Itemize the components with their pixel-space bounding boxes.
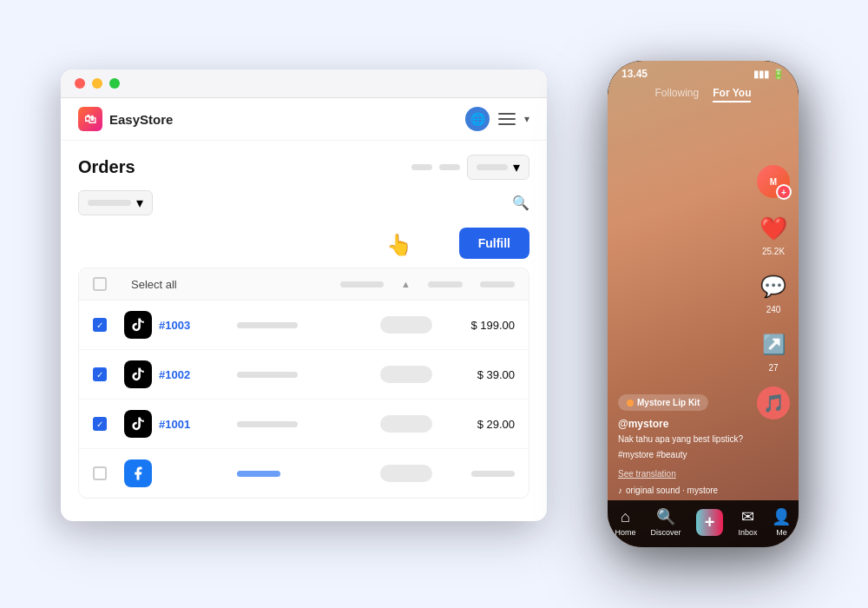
inbox-icon: ✉ bbox=[741, 507, 754, 526]
creator-follow-action[interactable]: M bbox=[757, 165, 790, 198]
status-time: 13.45 bbox=[621, 68, 648, 80]
row3-checkbox[interactable]: ✓ bbox=[93, 417, 107, 431]
home-icon: ⌂ bbox=[621, 508, 630, 526]
row1-checkbox[interactable]: ✓ bbox=[93, 318, 107, 332]
row2-checkbox-col: ✓ bbox=[93, 367, 124, 381]
row4-checkbox[interactable] bbox=[93, 466, 107, 480]
menu-line-2 bbox=[498, 118, 516, 120]
window-dot-yellow[interactable] bbox=[92, 78, 102, 89]
page-title: Orders bbox=[78, 157, 135, 177]
comment-icon: 💬 bbox=[757, 270, 790, 303]
product-tag-dot bbox=[627, 400, 634, 406]
like-count: 25.2K bbox=[762, 247, 785, 256]
see-translation[interactable]: See translation bbox=[618, 469, 676, 479]
music-row: ♪ original sound · mystore bbox=[618, 486, 746, 495]
menu-line-3 bbox=[498, 123, 516, 125]
filter-chevron-icon: ▾ bbox=[136, 195, 143, 211]
tiktok-bottom-content: Mystore Lip Kit @mystore Nak tahu apa ya… bbox=[618, 394, 746, 496]
signal-icon: ▮▮▮ bbox=[753, 69, 769, 80]
table-row bbox=[79, 449, 529, 498]
fulfill-button[interactable]: Fulfill bbox=[459, 228, 529, 259]
like-action[interactable]: ❤️ 25.2K bbox=[757, 212, 790, 256]
nav-me[interactable]: 👤 Me bbox=[772, 507, 791, 537]
filter-dropdown[interactable]: ▾ bbox=[78, 190, 153, 215]
row1-product bbox=[237, 322, 298, 328]
search-icon: 🔍 bbox=[512, 195, 529, 211]
phone-device: 13.45 ▮▮▮ 🔋 Following For You M bbox=[608, 61, 799, 547]
row2-price: $ 39.00 bbox=[437, 368, 515, 381]
nav-home-label: Home bbox=[615, 528, 636, 537]
battery-icon: 🔋 bbox=[773, 69, 785, 80]
row2-checkbox[interactable]: ✓ bbox=[93, 367, 107, 381]
nav-home[interactable]: ⌂ Home bbox=[615, 508, 636, 537]
table-row: ✓ #1001 $ 29.00 bbox=[79, 400, 529, 449]
row4-product bbox=[237, 471, 280, 477]
placeholder-bar-2 bbox=[439, 164, 460, 170]
row4-status bbox=[380, 465, 432, 482]
window-dot-green[interactable] bbox=[109, 78, 120, 89]
header-checkbox-col bbox=[93, 277, 124, 291]
row1-status bbox=[380, 316, 432, 334]
chevron-down-icon: ▾ bbox=[524, 113, 529, 125]
music-disc-action[interactable]: 🎵 bbox=[757, 387, 790, 420]
product-tag-text: Mystore Lip Kit bbox=[637, 398, 700, 407]
row1-checkbox-col: ✓ bbox=[93, 318, 124, 332]
row1-price: $ 199.00 bbox=[437, 319, 515, 332]
header-col-2 bbox=[340, 281, 384, 287]
row1-order-number[interactable]: #1003 bbox=[159, 319, 237, 332]
row3-checkbox-col: ✓ bbox=[93, 417, 124, 431]
nav-inbox-label: Inbox bbox=[738, 528, 757, 537]
creator-handle[interactable]: @mystore bbox=[618, 418, 746, 430]
logo-icon: 🛍 bbox=[78, 107, 102, 131]
nav-for-you[interactable]: For You bbox=[713, 87, 751, 102]
row3-product bbox=[237, 421, 298, 427]
tiktok-nav: Following For You bbox=[608, 83, 799, 106]
nav-inbox[interactable]: ✉ Inbox bbox=[738, 507, 757, 537]
row2-order-number[interactable]: #1002 bbox=[159, 368, 237, 381]
product-tag[interactable]: Mystore Lip Kit bbox=[618, 394, 708, 411]
share-action[interactable]: ↗️ 27 bbox=[757, 328, 790, 373]
status-bar: 13.45 ▮▮▮ 🔋 bbox=[608, 61, 799, 83]
create-icon: + bbox=[696, 509, 724, 536]
sort-icon: ▲ bbox=[401, 279, 411, 289]
row4-platform-icon bbox=[124, 459, 152, 487]
status-icons: ▮▮▮ 🔋 bbox=[753, 69, 785, 80]
row2-status bbox=[380, 366, 432, 383]
dropdown-chevron-icon: ▾ bbox=[513, 159, 520, 175]
tiktok-right-actions: M ❤️ 25.2K 💬 240 ↗️ 27 bbox=[757, 165, 790, 420]
nav-discover[interactable]: 🔍 Discover bbox=[651, 507, 681, 537]
nav-following[interactable]: Following bbox=[655, 87, 700, 102]
dropdown-control[interactable]: ▾ bbox=[467, 155, 529, 180]
music-text: original sound · mystore bbox=[626, 486, 718, 495]
nav-me-label: Me bbox=[776, 528, 787, 537]
row4-checkbox-col bbox=[93, 466, 124, 480]
profile-icon: 👤 bbox=[772, 507, 791, 526]
header-col-4 bbox=[480, 281, 515, 287]
row4-price bbox=[471, 471, 515, 477]
dropdown-label bbox=[477, 164, 508, 170]
nav-create[interactable]: + bbox=[696, 509, 724, 536]
header-col-3 bbox=[428, 281, 463, 287]
select-all-checkbox[interactable] bbox=[93, 277, 107, 291]
globe-icon[interactable]: 🌐 bbox=[465, 107, 490, 131]
page-content: Orders ▾ ▾ 🔍 bbox=[61, 141, 547, 512]
comment-count: 240 bbox=[766, 305, 781, 314]
caption-line2: #mystore #beauty bbox=[618, 449, 746, 461]
table-row: ✓ #1003 $ 199.00 bbox=[79, 301, 529, 350]
app-header: 🛍 EasyStore 🌐 ▾ bbox=[61, 98, 547, 141]
row3-price: $ 29.00 bbox=[437, 418, 515, 431]
cursor-hand-icon: 👆 bbox=[386, 233, 412, 257]
creator-avatar: M bbox=[757, 165, 790, 198]
window-dot-red[interactable] bbox=[75, 78, 85, 89]
discover-icon: 🔍 bbox=[656, 507, 675, 526]
window-titlebar bbox=[61, 69, 547, 98]
music-note-icon: ♪ bbox=[618, 486, 622, 495]
comment-action[interactable]: 💬 240 bbox=[757, 270, 790, 314]
share-count: 27 bbox=[768, 363, 778, 373]
hamburger-menu[interactable] bbox=[498, 113, 516, 125]
caption-line1: Nak tahu apa yang best lipstick? bbox=[618, 433, 746, 446]
row3-order-number[interactable]: #1001 bbox=[159, 418, 237, 431]
header-right: 🌐 ▾ bbox=[465, 107, 529, 131]
app-logo: 🛍 EasyStore bbox=[78, 107, 173, 131]
tiktok-bottom-nav: ⌂ Home 🔍 Discover + ✉ Inbox bbox=[608, 500, 799, 547]
